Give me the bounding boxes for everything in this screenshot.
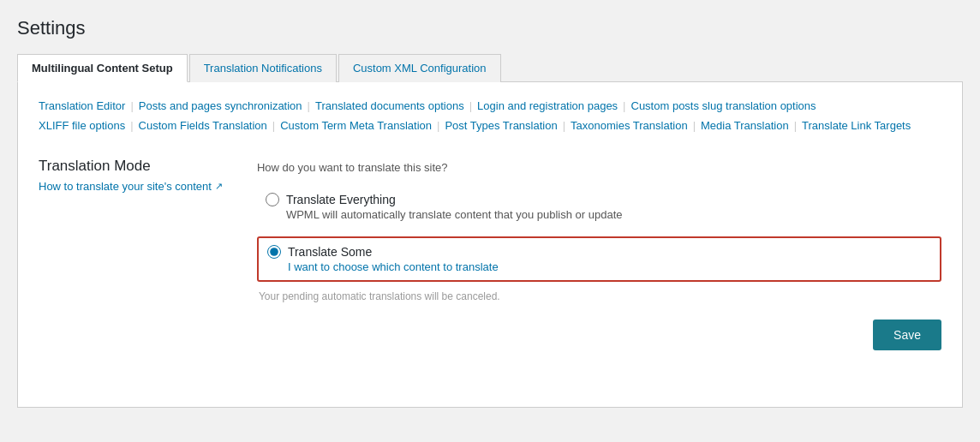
nav-link-translation-editor[interactable]: Translation Editor [39, 99, 125, 112]
pending-note: Your pending automatic translations will… [259, 290, 941, 302]
sep-7: | [437, 119, 439, 132]
question-text: How do you want to translate this site? [257, 161, 941, 174]
radio-option-some: Translate Some I want to choose which co… [257, 236, 941, 282]
tab-notifications[interactable]: Translation Notifications [189, 54, 337, 82]
how-to-translate-link[interactable]: How to translate your site's content ↗ [39, 180, 223, 193]
radio-desc-some: I want to choose which content to transl… [288, 260, 931, 273]
nav-link-post-types[interactable]: Post Types Translation [445, 119, 557, 132]
sep-2: | [308, 99, 310, 112]
save-button[interactable]: Save [873, 320, 941, 350]
nav-links: Translation Editor | Posts and pages syn… [39, 99, 941, 132]
radio-desc-everything: WPML will automatically translate conten… [286, 208, 933, 221]
translation-mode-section: Translation Mode How to translate your s… [39, 158, 941, 302]
nav-link-media[interactable]: Media Translation [701, 119, 789, 132]
nav-link-custom-posts-slug[interactable]: Custom posts slug translation options [631, 99, 816, 112]
section-title: Translation Mode [39, 158, 223, 175]
nav-row-2: XLIFF file options | Custom Fields Trans… [39, 119, 941, 132]
section-right: How do you want to translate this site? … [257, 158, 941, 302]
nav-link-custom-term[interactable]: Custom Term Meta Translation [280, 119, 432, 132]
nav-link-xliff[interactable]: XLIFF file options [39, 119, 125, 132]
nav-link-taxonomies[interactable]: Taxonomies Translation [571, 119, 688, 132]
nav-row-1: Translation Editor | Posts and pages syn… [39, 99, 941, 112]
how-to-translate-label: How to translate your site's content [39, 180, 212, 193]
section-left: Translation Mode How to translate your s… [39, 158, 223, 302]
nav-link-login-reg[interactable]: Login and registration pages [477, 99, 618, 112]
page-title: Settings [17, 17, 963, 39]
sep-8: | [563, 119, 565, 132]
tab-multilingual[interactable]: Multilingual Content Setup [17, 54, 188, 82]
sep-3: | [469, 99, 472, 112]
main-panel: Translation Editor | Posts and pages syn… [17, 82, 963, 408]
radio-row-everything: Translate Everything [266, 193, 933, 206]
nav-link-translated-docs[interactable]: Translated documents options [315, 99, 464, 112]
sep-5: | [130, 119, 133, 132]
radio-label-some: Translate Some [288, 245, 372, 259]
radio-label-everything: Translate Everything [286, 193, 396, 206]
radio-row-some: Translate Some [267, 245, 931, 259]
nav-link-custom-fields[interactable]: Custom Fields Translation [139, 119, 267, 132]
radio-translate-some[interactable] [267, 245, 281, 259]
sep-4: | [623, 99, 625, 112]
sep-9: | [693, 119, 696, 132]
sep-10: | [794, 119, 797, 132]
radio-translate-everything[interactable] [266, 193, 279, 206]
radio-option-everything: Translate Everything WPML will automatic… [257, 186, 941, 228]
tabs-bar: Multilingual Content Setup Translation N… [17, 53, 963, 82]
save-btn-container: Save [39, 320, 941, 350]
nav-link-translate-link[interactable]: Translate Link Targets [802, 119, 911, 132]
tab-xml[interactable]: Custom XML Configuration [338, 54, 501, 82]
external-link-icon: ↗ [215, 181, 223, 192]
sep-1: | [130, 99, 133, 112]
nav-link-posts-sync[interactable]: Posts and pages synchronization [139, 99, 302, 112]
sep-6: | [272, 119, 275, 132]
